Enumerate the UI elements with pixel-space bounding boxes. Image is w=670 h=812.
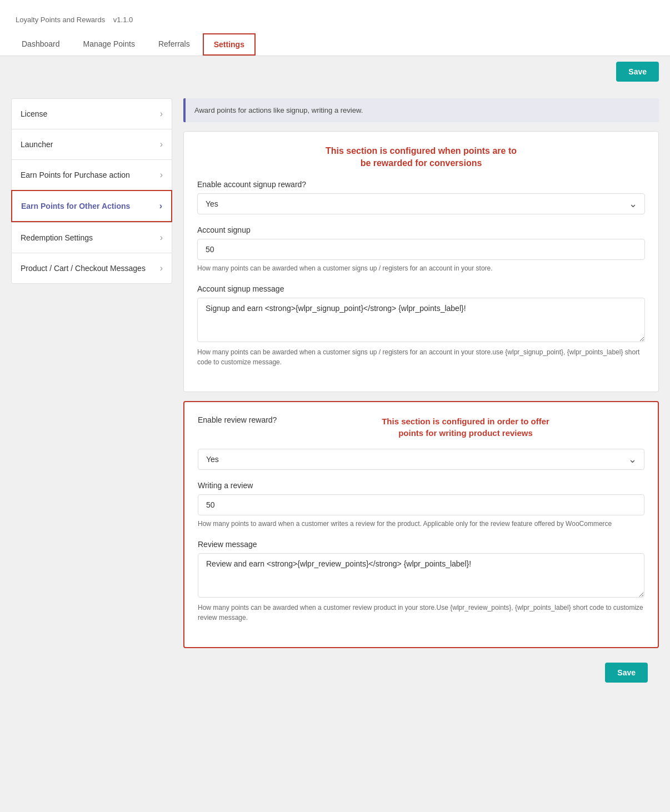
signup-section: This section is configured when points a… — [183, 131, 659, 392]
sidebar-item-earn-other[interactable]: Earn Points for Other Actions › — [11, 190, 172, 222]
review-reward-select-field: Yes No ⌄ — [198, 449, 644, 470]
signup-reward-select-wrapper: Yes No ⌄ — [197, 193, 645, 214]
review-section-note: This section is configured in order to o… — [287, 415, 644, 439]
writing-review-label: Writing a review — [198, 481, 644, 490]
signup-message-label: Account signup message — [197, 284, 645, 293]
signup-reward-select[interactable]: Yes No — [197, 193, 645, 214]
sidebar-item-earn-purchase[interactable]: Earn Points for Purchase action › — [11, 159, 172, 190]
content-area: Award points for actions like signup, wr… — [183, 98, 659, 688]
tab-settings[interactable]: Settings — [203, 33, 256, 56]
chevron-right-icon: › — [160, 263, 163, 273]
sidebar-item-license[interactable]: License › — [11, 98, 172, 129]
signup-section-note: This section is configured when points a… — [197, 145, 645, 170]
review-message-label: Review message — [198, 540, 644, 549]
info-banner: Award points for actions like signup, wr… — [183, 98, 659, 122]
writing-review-input[interactable] — [198, 494, 644, 515]
main-nav: Dashboard Manage Points Referrals Settin… — [11, 33, 659, 56]
account-signup-field: Account signup How many points can be aw… — [197, 225, 645, 273]
save-button-bottom[interactable]: Save — [605, 663, 648, 683]
account-signup-input[interactable] — [197, 239, 645, 260]
sidebar-item-redemption[interactable]: Redemption Settings › — [11, 222, 172, 253]
chevron-right-icon: › — [160, 233, 163, 243]
signup-message-field: Account signup message Signup and earn <… — [197, 284, 645, 367]
chevron-right-icon: › — [159, 201, 162, 211]
sidebar-item-launcher[interactable]: Launcher › — [11, 129, 172, 159]
tab-manage-points[interactable]: Manage Points — [73, 33, 146, 56]
writing-review-field: Writing a review How many points to awar… — [198, 481, 644, 529]
bottom-save-bar: Save — [183, 657, 659, 688]
review-reward-label: Enable review reward? — [198, 415, 287, 424]
writing-review-help: How many points to award when a customer… — [198, 519, 644, 529]
sidebar-item-license-label: License — [21, 109, 47, 118]
review-message-textarea[interactable]: Review and earn <strong>{wlpr_review_poi… — [198, 553, 644, 598]
save-button-top[interactable]: Save — [616, 62, 659, 82]
account-signup-help: How many points can be awarded when a cu… — [197, 263, 645, 273]
signup-message-help: How many points can be awarded when a cu… — [197, 347, 645, 367]
signup-reward-field: Enable account signup reward? Yes No ⌄ — [197, 180, 645, 214]
review-reward-select[interactable]: Yes No — [198, 449, 644, 470]
chevron-right-icon: › — [160, 109, 163, 119]
main-layout: License › Launcher › Earn Points for Pur… — [0, 87, 670, 699]
chevron-right-icon: › — [160, 139, 163, 149]
signup-message-textarea[interactable]: Signup and earn <strong>{wlpr_signup_poi… — [197, 298, 645, 342]
review-reward-select-wrapper: Yes No ⌄ — [198, 449, 644, 470]
sidebar-item-earn-other-label: Earn Points for Other Actions — [21, 202, 130, 210]
sidebar-item-earn-purchase-label: Earn Points for Purchase action — [21, 171, 130, 179]
review-message-field: Review message Review and earn <strong>{… — [198, 540, 644, 623]
signup-reward-label: Enable account signup reward? — [197, 180, 645, 189]
sidebar-item-product-cart[interactable]: Product / Cart / Checkout Messages › — [11, 253, 172, 284]
account-signup-label: Account signup — [197, 225, 645, 234]
sidebar-item-redemption-label: Redemption Settings — [21, 233, 93, 242]
tab-referrals[interactable]: Referrals — [148, 33, 201, 56]
sidebar-item-product-cart-label: Product / Cart / Checkout Messages — [21, 264, 146, 273]
tab-dashboard[interactable]: Dashboard — [11, 33, 71, 56]
sidebar-item-launcher-label: Launcher — [21, 140, 53, 149]
app-title: Loyalty Points and Rewards v1.1.0 — [11, 0, 659, 31]
sidebar: License › Launcher › Earn Points for Pur… — [11, 98, 172, 688]
chevron-right-icon: › — [160, 170, 163, 180]
review-message-help: How many points can be awarded when a cu… — [198, 603, 644, 623]
top-save-bar: Save — [0, 56, 670, 87]
review-section: Enable review reward? This section is co… — [183, 401, 659, 648]
review-header: Enable review reward? This section is co… — [198, 415, 644, 439]
